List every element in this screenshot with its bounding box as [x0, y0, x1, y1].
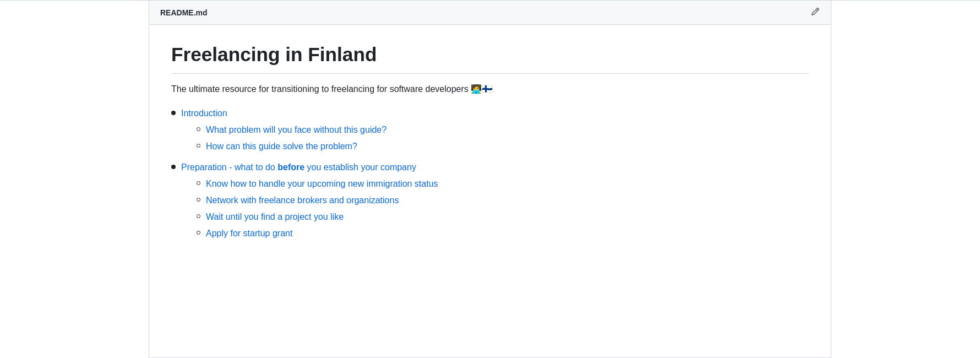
toc-sub-item-1: What problem will you face without this …: [197, 123, 809, 137]
toc-item-content-1: Introduction What problem will you face …: [181, 107, 809, 156]
bullet-hollow-2: [197, 144, 200, 148]
bullet-hollow-3: [197, 181, 200, 185]
toc-sub-list-2: Know how to handle your upcoming new imm…: [197, 177, 809, 240]
bullet-hollow-4: [197, 198, 200, 202]
subtitle-text: The ultimate resource for transitioning …: [171, 84, 469, 94]
readme-body: Freelancing in Finland The ultimate reso…: [149, 25, 831, 265]
bullet-filled-1: [171, 111, 176, 115]
subtitle-emojis: 🧑‍💻🇫🇮: [471, 84, 493, 94]
toc-sub-item-immigration: Know how to handle your upcoming new imm…: [197, 177, 809, 191]
toc-list: Introduction What problem will you face …: [171, 107, 809, 243]
toc-link-immigration[interactable]: Know how to handle your upcoming new imm…: [206, 177, 438, 191]
toc-link-grant[interactable]: Apply for startup grant: [206, 227, 292, 240]
toc-link-problem[interactable]: What problem will you face without this …: [206, 123, 386, 137]
bullet-hollow-5: [197, 214, 200, 218]
toc-item-preparation: Preparation - what to do before you esta…: [171, 161, 809, 243]
toc-item-introduction: Introduction What problem will you face …: [171, 107, 809, 156]
edit-icon[interactable]: [811, 7, 820, 18]
toc-link-solve[interactable]: How can this guide solve the problem?: [206, 140, 357, 153]
toc-sub-item-2: How can this guide solve the problem?: [197, 140, 809, 153]
page-wrapper: README.md Freelancing in Finland The ult…: [0, 0, 980, 358]
toc-item-content-2: Preparation - what to do before you esta…: [181, 161, 809, 243]
toc-link-introduction[interactable]: Introduction: [181, 109, 227, 118]
bold-before: before: [277, 162, 304, 172]
toc-sub-item-grant: Apply for startup grant: [197, 227, 809, 240]
toc-link-preparation[interactable]: Preparation - what to do before you esta…: [181, 162, 416, 172]
bullet-filled-2: [171, 165, 176, 169]
subtitle: The ultimate resource for transitioning …: [171, 83, 809, 96]
readme-filename: README.md: [160, 8, 208, 17]
readme-container: README.md Freelancing in Finland The ult…: [149, 1, 831, 358]
toc-link-project[interactable]: Wait until you find a project you like: [206, 210, 344, 224]
content-area: README.md Freelancing in Finland The ult…: [0, 1, 980, 358]
toc-sub-list-1: What problem will you face without this …: [197, 123, 809, 153]
toc-sub-item-network: Network with freelance brokers and organ…: [197, 194, 809, 207]
bullet-hollow-1: [197, 127, 200, 131]
bullet-hollow-6: [197, 231, 200, 235]
readme-header: README.md: [149, 1, 831, 25]
toc-link-network[interactable]: Network with freelance brokers and organ…: [206, 194, 399, 207]
page-title: Freelancing in Finland: [171, 42, 809, 74]
toc-sub-item-project: Wait until you find a project you like: [197, 210, 809, 224]
